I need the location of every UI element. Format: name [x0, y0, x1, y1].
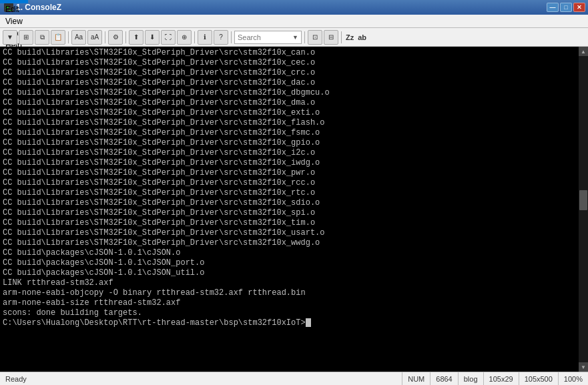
paste-button[interactable]: 📋 [51, 30, 65, 45]
terminal-line: CC build\Libraries\STM32F10x_StdPeriph_D… [3, 228, 576, 238]
status-position: 6864 [430, 372, 458, 385]
search-dropdown-arrow[interactable]: ▼ [292, 34, 298, 41]
terminal-line: CC build\Libraries\STM32F10x_StdPeriph_D… [3, 88, 576, 98]
sep3 [125, 31, 126, 43]
terminal-line: CC build\Libraries\STM32F10x_StdPeriph_D… [3, 78, 576, 88]
sep5 [231, 31, 232, 43]
terminal-line: CC build\Libraries\STM32F10x_StdPeriph_D… [3, 158, 576, 168]
terminal-line: CC build\Libraries\STM32F10x_StdPeriph_D… [3, 98, 576, 108]
new-tab-button[interactable]: ▼ [3, 30, 17, 45]
terminal-line: CC build\Libraries\STM32F10x_StdPeriph_D… [3, 198, 576, 208]
terminal-line: LINK rtthread-stm32.axf [3, 278, 576, 288]
scroll-up-arrow[interactable]: ▲ [579, 47, 588, 56]
search-box[interactable]: ▼ [234, 31, 302, 44]
terminal-line: CC build\Libraries\STM32F10x_StdPeriph_D… [3, 58, 576, 68]
scroll-thumb[interactable] [579, 190, 587, 210]
terminal-line: CC build\Libraries\STM32F10x_StdPeriph_D… [3, 48, 576, 58]
terminal-main[interactable]: CC build\Libraries\STM32F10x_StdPeriph_D… [0, 47, 579, 372]
help-button[interactable]: ? [214, 30, 228, 45]
settings-button[interactable]: ⚙ [108, 30, 123, 45]
scroll-up-button[interactable]: ⬆ [129, 30, 143, 45]
status-blog: blog [459, 372, 484, 385]
info-button[interactable]: ℹ [198, 30, 212, 45]
copy-button[interactable]: ⧉ [35, 30, 49, 45]
sep2 [105, 31, 105, 43]
terminal-line: CC build\Libraries\STM32F10x_StdPeriph_D… [3, 178, 576, 188]
sep6 [304, 31, 305, 43]
status-dimensions: 105x29 [484, 372, 519, 385]
font2-button[interactable]: aA [87, 30, 102, 45]
close-button[interactable]: ✕ [573, 3, 585, 12]
terminal-line: CC build\Libraries\STM32F10x_StdPeriph_D… [3, 138, 576, 148]
font-button[interactable]: Aa [71, 30, 86, 45]
terminal-line: CC build\packages\cJSON-1.0.1\cJSON_util… [3, 268, 576, 278]
terminal-line: CC build\Libraries\STM32F10x_StdPeriph_D… [3, 188, 576, 198]
terminal-line: arm-none-eabi-objcopy -O binary rtthread… [3, 288, 576, 298]
terminal-line: CC build\packages\cJSON-1.0.1\cJSON_port… [3, 258, 576, 268]
status-zoom: 100% [559, 372, 588, 385]
ab-label: ab [356, 33, 368, 41]
terminal-container: CC build\Libraries\STM32F10x_StdPeriph_D… [0, 47, 588, 372]
maximize-button[interactable]: □ [560, 3, 572, 12]
scrollbar[interactable]: ▲ ▼ [579, 47, 588, 372]
sep7 [341, 31, 342, 43]
tb-extra1[interactable]: ⊡ [308, 30, 322, 45]
terminal-line: CC build\Libraries\STM32F10x_StdPeriph_D… [3, 208, 576, 218]
terminal-line: CC build\Libraries\STM32F10x_StdPeriph_D… [3, 68, 576, 78]
tb-extra2[interactable]: ⊟ [324, 30, 338, 45]
menu-item-edit[interactable]: Edit [0, 3, 28, 15]
open-button[interactable]: ⊞ [19, 30, 33, 45]
sep1 [68, 31, 69, 43]
zoom-button[interactable]: ⊕ [177, 30, 192, 45]
search-input[interactable] [238, 33, 291, 41]
terminal-content: CC build\Libraries\STM32F10x_StdPeriph_D… [0, 47, 579, 330]
zz-label: Zz [344, 33, 355, 41]
terminal-line: CC build\packages\cJSON-1.0.1\cJSON.o [3, 248, 576, 258]
minimize-button[interactable]: — [547, 3, 559, 12]
status-size: 105x500 [519, 372, 559, 385]
toolbar: ▼ ⊞ ⧉ 📋 Aa aA ⚙ ⬆ ⬇ ⛶ ⊕ ℹ ? ▼ ⊡ ⊟ Zz ab [0, 28, 588, 47]
menu-item-view[interactable]: View [0, 15, 28, 27]
title-buttons: — □ ✕ [547, 3, 585, 12]
cursor [306, 318, 311, 327]
terminal-line: CC build\Libraries\STM32F10x_StdPeriph_D… [3, 118, 576, 128]
terminal-line: scons: done building targets. [3, 308, 576, 318]
terminal-line: CC build\Libraries\STM32F10x_StdPeriph_D… [3, 148, 576, 158]
terminal-line: CC build\Libraries\STM32F10x_StdPeriph_D… [3, 168, 576, 178]
scroll-track[interactable] [579, 56, 588, 362]
terminal-line: CC build\Libraries\STM32F10x_StdPeriph_D… [3, 108, 576, 118]
terminal-line: CC build\Libraries\STM32F10x_StdPeriph_D… [3, 238, 576, 248]
status-ready: Ready [0, 372, 402, 385]
scroll-down-arrow[interactable]: ▼ [579, 362, 588, 372]
scroll-down-button[interactable]: ⬇ [145, 30, 160, 45]
terminal-line: C:\Users\Hualong\Desktop\RTT\rt-thread-m… [3, 318, 576, 328]
terminal-line: arm-none-eabi-size rtthread-stm32.axf [3, 298, 576, 308]
sep4 [194, 31, 195, 43]
menu-bar: FileEditViewTabsHelp [0, 15, 588, 28]
terminal-line: CC build\Libraries\STM32F10x_StdPeriph_D… [3, 218, 576, 228]
terminal-line: CC build\Libraries\STM32F10x_StdPeriph_D… [3, 128, 576, 138]
title-bar: >_ 1. ConsoleZ — □ ✕ [0, 0, 588, 15]
status-num: NUM [402, 372, 430, 385]
status-bar: Ready NUM 6864 blog 105x29 105x500 100% [0, 372, 588, 385]
fullscreen-button[interactable]: ⛶ [161, 30, 176, 45]
